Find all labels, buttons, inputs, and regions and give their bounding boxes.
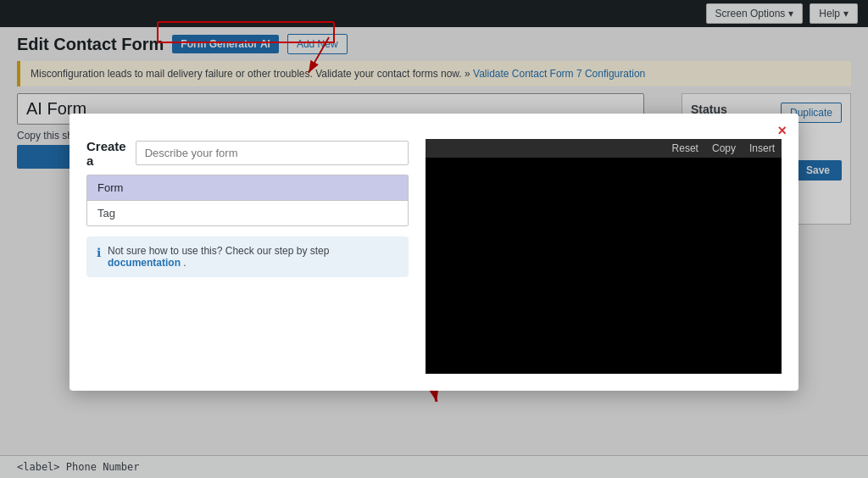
modal-overlay: × Create a Form Tag ℹ bbox=[0, 0, 868, 478]
info-text: Not sure how to use this? Check our step… bbox=[108, 245, 398, 269]
modal-body: Create a Form Tag ℹ Not sure how to use … bbox=[86, 139, 782, 374]
tab-item-form[interactable]: Form bbox=[87, 175, 408, 201]
create-a-label: Create a bbox=[86, 139, 409, 168]
info-icon: ℹ bbox=[97, 246, 101, 259]
documentation-link[interactable]: documentation bbox=[108, 257, 181, 269]
modal-right: Reset Copy Insert bbox=[426, 139, 782, 374]
copy-button[interactable]: Copy bbox=[712, 142, 736, 154]
insert-button[interactable]: Insert bbox=[749, 142, 775, 154]
info-box: ℹ Not sure how to use this? Check our st… bbox=[86, 236, 409, 277]
modal-left: Create a Form Tag ℹ Not sure how to use … bbox=[86, 139, 409, 374]
modal-close-button[interactable]: × bbox=[777, 122, 787, 140]
tab-list: Form Tag bbox=[86, 175, 409, 226]
preview-canvas bbox=[426, 158, 782, 374]
tab-item-tag[interactable]: Tag bbox=[87, 201, 408, 225]
preview-toolbar: Reset Copy Insert bbox=[426, 139, 782, 158]
describe-form-input[interactable] bbox=[136, 141, 409, 165]
reset-button[interactable]: Reset bbox=[672, 142, 698, 154]
modal-dialog: × Create a Form Tag ℹ bbox=[70, 114, 798, 391]
